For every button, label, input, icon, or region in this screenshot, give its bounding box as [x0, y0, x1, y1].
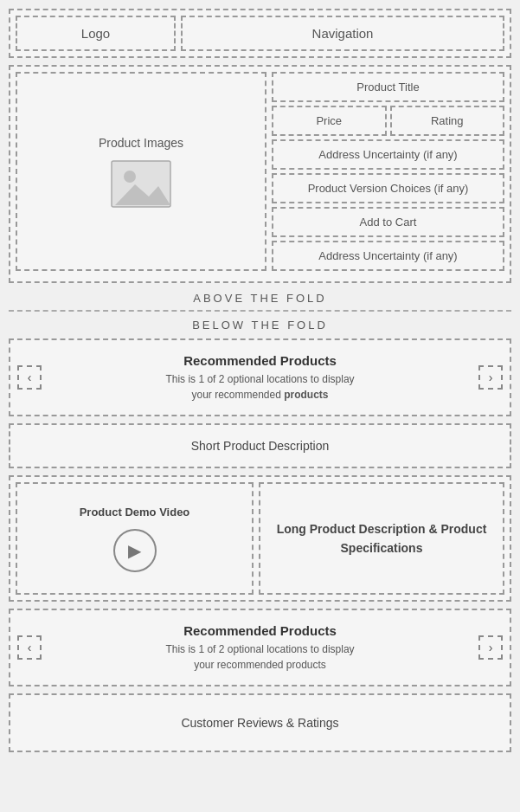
below-fold-label: BELOW THE FOLD	[9, 313, 511, 335]
recommended-products-2: ‹ Recommended Products This is 1 of 2 op…	[9, 609, 511, 686]
fold-divider	[9, 310, 511, 312]
recommended-2-desc: This is 1 of 2 optional locations to dis…	[165, 641, 354, 673]
address-uncertainty-top-label: Address Uncertainty (if any)	[318, 148, 457, 161]
recommended-2-arrow-left[interactable]: ‹	[17, 635, 42, 660]
version-choices-label: Product Version Choices (if any)	[308, 182, 469, 195]
navigation: Navigation	[181, 16, 504, 51]
recommended-2-arrow-right[interactable]: ›	[478, 635, 503, 660]
customer-reviews-section: Customer Reviews & Ratings	[9, 693, 511, 752]
recommended-1-arrow-right[interactable]: ›	[478, 365, 503, 390]
product-detail-row: Product Images Product Title Price Ratin…	[16, 72, 504, 271]
product-images-column: Product Images	[16, 72, 266, 271]
address-uncertainty-top-box: Address Uncertainty (if any)	[272, 139, 504, 170]
nav-label: Navigation	[312, 26, 374, 41]
logo-label: Logo	[81, 26, 110, 41]
recommended-1-desc: This is 1 of 2 optional locations to dis…	[165, 371, 354, 403]
long-desc-label: Long Product Description & Product Speci…	[274, 519, 489, 558]
price-label: Price	[316, 114, 342, 127]
long-product-description-column: Long Product Description & Product Speci…	[259, 482, 504, 595]
reviews-label: Customer Reviews & Ratings	[181, 716, 338, 730]
video-long-desc-row: Product Demo Video ▶ Long Product Descri…	[9, 475, 511, 602]
address-uncertainty-bottom-box: Address Uncertainty (if any)	[272, 241, 504, 271]
recommended-1-title: Recommended Products	[183, 353, 337, 368]
product-title-box: Product Title	[272, 72, 504, 102]
price-rating-row: Price Rating	[272, 106, 504, 136]
product-images-label: Product Images	[99, 136, 183, 150]
product-info-column: Product Title Price Rating Address Uncer…	[272, 72, 504, 271]
rating-label: Rating	[431, 114, 464, 127]
header: Logo Navigation	[9, 9, 511, 58]
logo: Logo	[16, 16, 176, 51]
version-choices-box: Product Version Choices (if any)	[272, 173, 504, 203]
video-label: Product Demo Video	[80, 506, 190, 519]
play-button[interactable]: ▶	[113, 529, 157, 572]
recommended-products-1: ‹ Recommended Products This is 1 of 2 op…	[9, 338, 511, 416]
add-to-cart-box[interactable]: Add to Cart	[272, 207, 504, 237]
above-fold-section: Product Images Product Title Price Ratin…	[9, 65, 511, 283]
rating-box: Rating	[390, 106, 505, 136]
add-to-cart-label: Add to Cart	[360, 216, 417, 229]
product-demo-video-column: Product Demo Video ▶	[16, 482, 254, 595]
above-fold-label: ABOVE THE FOLD	[9, 287, 511, 308]
price-box: Price	[272, 106, 387, 136]
recommended-2-title: Recommended Products	[183, 623, 337, 638]
product-title-label: Product Title	[356, 81, 419, 93]
short-desc-label: Short Product Description	[191, 439, 330, 453]
short-product-description: Short Product Description	[9, 423, 511, 468]
svg-point-1	[124, 171, 136, 183]
address-uncertainty-bottom-label: Address Uncertainty (if any)	[318, 249, 457, 262]
below-fold-section: ‹ Recommended Products This is 1 of 2 op…	[9, 338, 511, 752]
product-image-placeholder-icon	[111, 160, 171, 208]
recommended-1-arrow-left[interactable]: ‹	[17, 365, 42, 390]
